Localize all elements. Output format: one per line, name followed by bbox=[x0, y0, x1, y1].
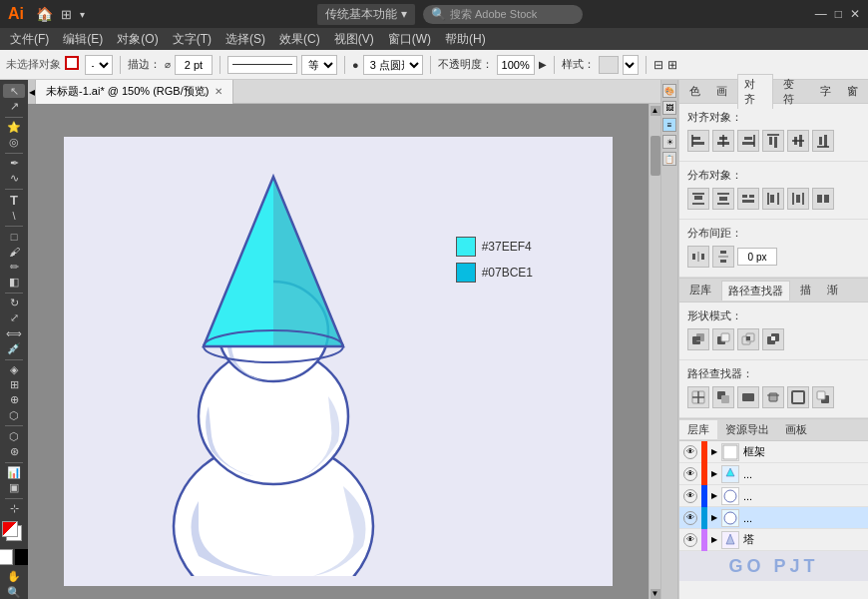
intersect-btn[interactable] bbox=[737, 328, 759, 350]
side-layers-icon[interactable]: 📋 bbox=[662, 152, 676, 166]
merge-btn[interactable] bbox=[737, 386, 759, 408]
selection-tool[interactable]: ↖ bbox=[3, 84, 25, 98]
mesh-tool[interactable]: ⊞ bbox=[3, 377, 25, 391]
tab-paint[interactable]: 画 bbox=[710, 82, 733, 101]
layer-expand-0[interactable]: ▶ bbox=[711, 447, 717, 456]
stroke-dash-preview[interactable] bbox=[227, 56, 297, 74]
align-left-btn[interactable] bbox=[687, 130, 709, 152]
slice-tool[interactable]: ⊹ bbox=[3, 501, 25, 515]
tab-align[interactable]: 对齐 bbox=[737, 74, 773, 109]
align-bottom-btn[interactable] bbox=[812, 130, 834, 152]
tab-close-btn[interactable]: ✕ bbox=[215, 86, 222, 97]
gradient-tool[interactable]: ◈ bbox=[3, 362, 25, 376]
shape-builder-tool[interactable]: ⊕ bbox=[3, 393, 25, 407]
side-color-icon[interactable]: 🎨 bbox=[662, 84, 676, 98]
layer-visibility-1[interactable]: 👁 bbox=[683, 467, 697, 481]
scroll-thumb[interactable] bbox=[651, 136, 660, 176]
maximize-btn[interactable]: □ bbox=[835, 7, 842, 21]
rectangle-tool[interactable]: □ bbox=[3, 230, 25, 244]
swatch-1[interactable] bbox=[456, 237, 476, 257]
layer-item-0[interactable]: 👁 ▶ 框架 bbox=[679, 441, 868, 463]
workspace-selector[interactable]: 传统基本功能 ▾ bbox=[317, 4, 415, 25]
column-graph-tool[interactable]: 📊 bbox=[3, 465, 25, 479]
dist-top-btn[interactable] bbox=[687, 188, 709, 210]
magic-wand-tool[interactable]: ⭐ bbox=[3, 120, 25, 134]
unite-btn[interactable] bbox=[687, 328, 709, 350]
artboard-tool[interactable]: ▣ bbox=[3, 480, 25, 494]
align-center-v-btn[interactable] bbox=[787, 130, 809, 152]
search-bar[interactable]: 🔍 搜索 Adobe Stock bbox=[423, 5, 583, 24]
layer-expand-2[interactable]: ▶ bbox=[711, 491, 717, 500]
tab-asset-export[interactable]: 资源导出 bbox=[717, 420, 777, 439]
space-h-btn[interactable] bbox=[687, 246, 709, 268]
scroll-down-btn[interactable]: ▼ bbox=[651, 589, 660, 599]
dot-type-select[interactable]: 3 点圆形 bbox=[363, 55, 423, 75]
toolbar-align-left-icon[interactable]: ⊟ bbox=[653, 58, 663, 72]
layer-visibility-2[interactable]: 👁 bbox=[683, 489, 697, 503]
layer-expand-4[interactable]: ▶ bbox=[711, 535, 717, 544]
space-v-btn[interactable] bbox=[712, 246, 734, 268]
tab-gradient[interactable]: 渐 bbox=[821, 281, 844, 300]
eyedropper-tool[interactable]: 💉 bbox=[3, 341, 25, 355]
rotate-tool[interactable]: ↻ bbox=[3, 296, 25, 309]
tab-pathfinder[interactable]: 路径查找器 bbox=[721, 281, 790, 300]
layer-visibility-3[interactable]: 👁 bbox=[683, 511, 697, 525]
menu-file[interactable]: 文件(F) bbox=[4, 29, 55, 50]
layer-expand-1[interactable]: ▶ bbox=[711, 469, 717, 478]
curvature-tool[interactable]: ∿ bbox=[3, 172, 25, 186]
document-tab[interactable]: 未标题-1.ai* @ 150% (RGB/预览) ✕ bbox=[36, 80, 233, 104]
align-right-btn[interactable] bbox=[737, 130, 759, 152]
stroke-color-selector[interactable] bbox=[65, 56, 83, 74]
style-select[interactable] bbox=[623, 55, 639, 75]
tab-scroll-left[interactable]: ◂ bbox=[28, 80, 36, 104]
live-paint-tool[interactable]: ⬡ bbox=[3, 408, 25, 422]
outline-btn[interactable] bbox=[787, 386, 809, 408]
layer-expand-3[interactable]: ▶ bbox=[711, 513, 717, 522]
minus-back-btn[interactable] bbox=[812, 386, 834, 408]
width-tool[interactable]: ⟺ bbox=[3, 326, 25, 340]
stroke-type-select[interactable]: — bbox=[85, 55, 113, 75]
tab-stroke[interactable]: 描 bbox=[794, 281, 817, 300]
menu-edit[interactable]: 编辑(E) bbox=[57, 29, 109, 50]
dist-bottom-btn[interactable] bbox=[737, 188, 759, 210]
canvas-area[interactable]: #37EEF4 #07BCE1 bbox=[28, 104, 649, 599]
home-icon[interactable]: 🏠 bbox=[36, 6, 53, 22]
none-swatch[interactable] bbox=[0, 549, 13, 565]
dist-left-btn[interactable] bbox=[762, 188, 784, 210]
menu-view[interactable]: 视图(V) bbox=[328, 29, 380, 50]
scale-tool[interactable]: ⤢ bbox=[3, 311, 25, 325]
side-image-icon[interactable]: 🖼 bbox=[662, 101, 676, 115]
eraser-tool[interactable]: ◧ bbox=[3, 275, 25, 289]
style-preview[interactable] bbox=[599, 56, 619, 74]
crop-btn[interactable] bbox=[762, 386, 784, 408]
side-sun-icon[interactable]: ☀ bbox=[662, 135, 676, 149]
menu-window[interactable]: 窗口(W) bbox=[382, 29, 437, 50]
tab-layers-lib[interactable]: 层库 bbox=[683, 281, 717, 300]
swatch-2[interactable] bbox=[456, 263, 476, 283]
layer-item-4[interactable]: 👁 ▶ 塔 bbox=[679, 529, 868, 551]
dist-center-h-btn[interactable] bbox=[787, 188, 809, 210]
line-segment-tool[interactable]: \ bbox=[3, 209, 25, 223]
stroke-width-input[interactable] bbox=[175, 55, 213, 75]
grid-icon[interactable]: ⊞ bbox=[61, 7, 72, 22]
paintbrush-tool[interactable]: 🖌 bbox=[3, 245, 25, 259]
perspective-tool[interactable]: ⬡ bbox=[3, 429, 25, 443]
tab-window[interactable]: 窗 bbox=[841, 82, 864, 101]
layer-visibility-0[interactable]: 👁 bbox=[683, 445, 697, 459]
vertical-scrollbar[interactable]: ▲ ▼ bbox=[649, 104, 660, 599]
lasso-tool[interactable]: ◎ bbox=[3, 136, 25, 150]
menu-help[interactable]: 帮助(H) bbox=[439, 29, 492, 50]
dist-center-v-btn[interactable] bbox=[712, 188, 734, 210]
menu-effect[interactable]: 效果(C) bbox=[273, 29, 326, 50]
distribute-space-input[interactable]: 0 px bbox=[737, 248, 777, 266]
opacity-expand-icon[interactable]: ▶ bbox=[539, 59, 547, 70]
dist-right-btn[interactable] bbox=[812, 188, 834, 210]
pen-tool[interactable]: ✒ bbox=[3, 156, 25, 170]
layer-item-2[interactable]: 👁 ▶ ... bbox=[679, 485, 868, 507]
menu-type[interactable]: 文字(T) bbox=[167, 29, 217, 50]
pencil-tool[interactable]: ✏ bbox=[3, 260, 25, 274]
grid-dropdown[interactable]: ▾ bbox=[80, 9, 85, 20]
toolbar-align-right-icon[interactable]: ⊞ bbox=[667, 58, 677, 72]
tab-artboard[interactable]: 画板 bbox=[777, 420, 815, 439]
minimize-btn[interactable]: — bbox=[815, 7, 827, 21]
